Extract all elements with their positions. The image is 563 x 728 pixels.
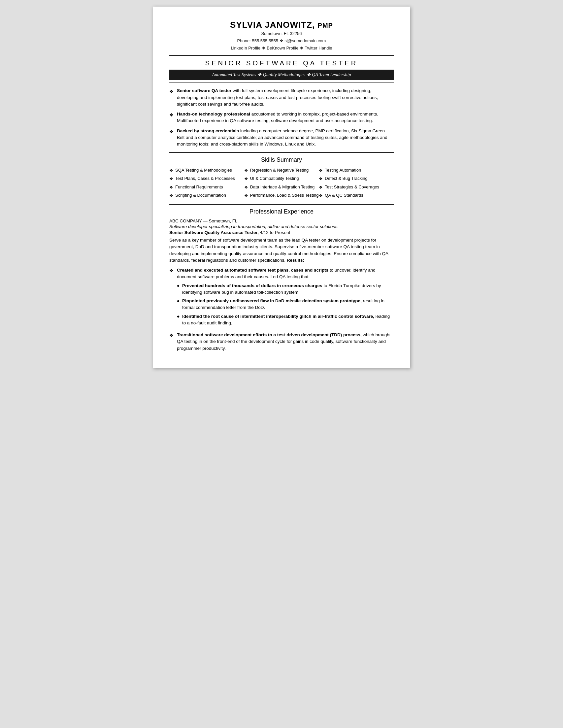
skill-item: ❖Functional Requirements: [169, 184, 244, 190]
email-address: sj@somedomain.com: [284, 38, 326, 43]
exp-bullet-2: ❖ Transitioned software development effo…: [169, 332, 394, 352]
summary-item-3: ❖ Backed by strong credentials including…: [169, 128, 394, 148]
sk-diamond-icon: ❖: [244, 168, 248, 174]
skill-text: UI & Compatibility Testing: [250, 176, 299, 182]
skills-grid: ❖SQA Testing & Methodologies ❖Test Plans…: [169, 167, 394, 201]
sub-bullet-dot-icon: ◆: [177, 283, 180, 288]
job-title-label: SENIOR SOFTWARE QA TESTER: [205, 59, 358, 67]
sub-bullet-1-1: ◆ Prevented hundreds of thousands of dol…: [177, 282, 394, 296]
skill-item: ❖QA & QC Standards: [319, 192, 394, 199]
exp-diamond-icon-2: ❖: [169, 332, 174, 339]
summary-text-2: Hands-on technology professional accusto…: [177, 111, 394, 124]
exp-diamond-icon-1: ❖: [169, 268, 174, 274]
experience-title: Professional Experience: [169, 208, 394, 215]
header-section: SYLVIA JANOWITZ, PMP Sometown, FL 32256 …: [169, 20, 394, 52]
summary-text-3: Backed by strong credentials including a…: [177, 128, 394, 148]
links-line: LinkedIn Profile ❖ BeKnown Profile ❖ Twi…: [169, 45, 394, 52]
exp-bullet-1-text: Created and executed automated software …: [177, 268, 376, 279]
sub-bold-1-1: Prevented hundreds of thousands of dolla…: [182, 283, 322, 288]
skill-item: ❖Performance, Load & Stress Testing: [244, 192, 319, 199]
phone-line: Phone: 555.555.5555 ❖ sj@somedomain.com: [169, 37, 394, 45]
skill-item: ❖Testing Automation: [319, 167, 394, 174]
diamond-icon-1: ❖: [169, 88, 174, 95]
skill-item: ❖UI & Compatibility Testing: [244, 176, 319, 182]
summary-bold-3: Backed by strong credentials: [177, 128, 239, 133]
company-name-text: ABC COMPANY — Sometown, FL: [169, 218, 238, 223]
social-links: LinkedIn Profile ❖ BeKnown Profile ❖ Twi…: [231, 46, 332, 50]
exp-bullet-2-bold: Transitioned software development effort…: [177, 332, 362, 337]
thick-divider-2: [169, 152, 394, 153]
skills-col-1: ❖SQA Testing & Methodologies ❖Test Plans…: [169, 167, 244, 201]
results-label: Results:: [287, 258, 304, 263]
sk-diamond-icon: ❖: [244, 193, 248, 199]
sk-diamond-icon: ❖: [169, 184, 173, 190]
credential-text: PMP: [318, 22, 333, 29]
skill-item: ❖Scripting & Documentation: [169, 192, 244, 199]
skill-text: Performance, Load & Stress Testing: [250, 192, 319, 198]
sk-diamond-icon: ❖: [169, 176, 173, 182]
skills-list-1: ❖SQA Testing & Methodologies ❖Test Plans…: [169, 167, 244, 199]
diamond-icon-3: ❖: [169, 128, 174, 135]
skills-list-3: ❖Testing Automation ❖Defect & Bug Tracki…: [319, 167, 394, 199]
summary-item-2: ❖ Hands-on technology professional accus…: [169, 111, 394, 124]
sub-bullet-1-2: ◆ Pinpointed previously undiscovered fla…: [177, 298, 394, 311]
sub-bold-1-3: Identified the root cause of intermitten…: [182, 314, 374, 319]
thick-divider-top: [169, 55, 394, 56]
job-title-date: 4/12 to Present: [259, 230, 290, 235]
exp-bullet-2-content: Transitioned software development effort…: [177, 332, 394, 352]
job-summary-text: Serve as a key member of software develo…: [169, 238, 388, 263]
job-title-line: Senior Software Quality Assurance Tester…: [169, 230, 394, 235]
skill-item: ❖Defect & Bug Tracking: [319, 176, 394, 182]
skill-item: ❖Data Interface & Migration Testing: [244, 184, 319, 190]
sub-bullet-dot-icon: ◆: [177, 298, 180, 303]
candidate-name: SYLVIA JANOWITZ, PMP: [169, 20, 394, 30]
skill-text: Regression & Negative Testing: [250, 167, 309, 173]
keywords-text: Automated Test Systems ❖ Quality Methodo…: [212, 72, 351, 77]
summary-bold-2: Hands-on technology professional: [177, 112, 250, 116]
skills-list-2: ❖Regression & Negative Testing ❖UI & Com…: [244, 167, 319, 199]
sub-bullet-1-3: ◆ Identified the root cause of intermitt…: [177, 313, 394, 327]
exp-bullet-1-content: Created and executed automated software …: [177, 267, 394, 328]
summary-bold-1: Senior software QA tester: [177, 88, 231, 93]
job-description: Serve as a key member of software develo…: [169, 237, 394, 264]
summary-text-1: Senior software QA tester with full syst…: [177, 87, 394, 108]
sk-diamond-icon: ❖: [319, 176, 323, 182]
skills-section: Skills Summary ❖SQA Testing & Methodolog…: [169, 156, 394, 201]
sub-bullet-1-3-text: Identified the root cause of intermitten…: [182, 313, 394, 327]
skill-item: ❖SQA Testing & Methodologies: [169, 167, 244, 174]
skill-item: ❖Test Strategies & Coverages: [319, 184, 394, 190]
sub-bullet-1-1-text: Prevented hundreds of thousands of dolla…: [182, 282, 394, 296]
sk-diamond-icon: ❖: [319, 168, 323, 174]
sk-diamond-icon: ❖: [244, 184, 248, 190]
company-desc-text: Software developer specializing in trans…: [169, 224, 339, 229]
skills-col-3: ❖Testing Automation ❖Defect & Bug Tracki…: [319, 167, 394, 201]
phone-label: Phone:: [237, 38, 251, 43]
experience-section: Professional Experience ABC COMPANY — So…: [169, 208, 394, 352]
location-line: Sometown, FL 32256: [169, 30, 394, 37]
name-text: SYLVIA JANOWITZ,: [230, 20, 315, 30]
experience-bullets: ❖ Created and executed automated softwar…: [169, 267, 394, 352]
skill-text: Test Strategies & Coverages: [325, 184, 379, 190]
skill-text: Test Plans, Cases & Processes: [175, 176, 235, 182]
thick-divider-3: [169, 204, 394, 205]
company-name: ABC COMPANY — Sometown, FL: [169, 218, 394, 223]
sub-bold-1-2: Pinpointed previously undiscovered flaw …: [182, 298, 362, 303]
contact-info: Sometown, FL 32256 Phone: 555.555.5555 ❖…: [169, 30, 394, 52]
exp-bullet-2-text: Transitioned software development effort…: [177, 332, 390, 351]
exp-bullet-1: ❖ Created and executed automated softwar…: [169, 267, 394, 328]
company-description: Software developer specializing in trans…: [169, 224, 394, 229]
sk-diamond-icon: ❖: [244, 176, 248, 182]
separator-diamond-1: ❖: [280, 38, 283, 43]
phone-number: 555.555.5555: [252, 38, 278, 43]
location: Sometown, FL 32256: [261, 31, 302, 36]
diamond-icon-2: ❖: [169, 112, 174, 118]
skill-text: Scripting & Documentation: [175, 192, 226, 198]
skill-text: Functional Requirements: [175, 184, 223, 190]
job-title-bold: Senior Software Quality Assurance Tester…: [169, 230, 259, 235]
skill-text: QA & QC Standards: [325, 192, 363, 198]
summary-section: ❖ Senior software QA tester with full sy…: [169, 87, 394, 148]
skills-title-text: Skills Summary: [261, 156, 302, 163]
resume-document: SYLVIA JANOWITZ, PMP Sometown, FL 32256 …: [153, 7, 410, 368]
sk-diamond-icon: ❖: [169, 193, 173, 199]
keywords-bar: Automated Test Systems ❖ Quality Methodo…: [169, 70, 394, 80]
